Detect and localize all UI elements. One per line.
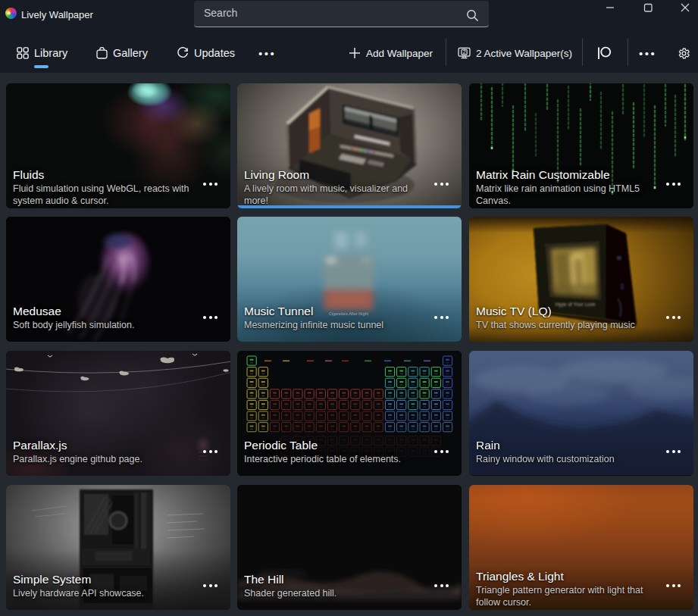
svg-text:2: 2 [462,48,465,55]
